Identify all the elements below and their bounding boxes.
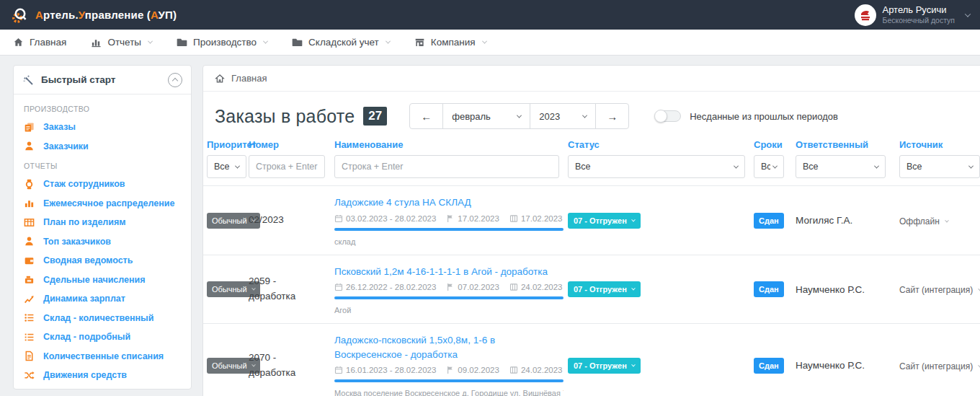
nav-item-warehouse[interactable]: Складской учет <box>292 37 390 48</box>
chevron-up-icon <box>172 78 178 84</box>
plan-grid-icon <box>509 283 518 291</box>
order-note: склад <box>334 237 564 246</box>
brand-part: ртель. <box>43 9 79 21</box>
shuffle-icon <box>24 370 35 381</box>
sidebar-item-summary-sheet[interactable]: Сводная ведомость <box>14 251 191 270</box>
sidebar-item-employee-tenure[interactable]: Стаж сотрудников <box>14 175 191 194</box>
responsible-name: Наумченко Р.С. <box>796 360 890 371</box>
chevron-down-icon <box>631 286 636 291</box>
status-filter-select[interactable]: Все <box>568 155 745 178</box>
status-value: 07 - Отгружен <box>574 361 627 370</box>
sidebar-item-piecework-accruals[interactable]: Сдельные начисления <box>14 270 191 290</box>
sidebar-item-label: Сдельные начисления <box>43 275 146 285</box>
cash-register-icon <box>24 274 35 285</box>
sidebar-item-funds-movement[interactable]: Движения средств <box>14 366 191 385</box>
progress-bar <box>334 379 564 382</box>
toggle-knob <box>654 110 667 123</box>
responsible-filter-select[interactable]: Все <box>796 155 886 178</box>
home-icon <box>215 74 225 84</box>
main-panel: Главная Заказы в работе 27 ← февраль 202… <box>202 65 980 396</box>
chevron-down-icon <box>386 39 391 44</box>
source-select[interactable]: Сайт (интеграция) <box>899 285 980 295</box>
nav-item-reports[interactable]: Отчеты <box>91 37 152 48</box>
order-row: Обычный 02/2023 Ладожские 4 стула НА СКЛ… <box>203 185 980 255</box>
status-select[interactable]: 07 - Отгружен <box>568 281 641 297</box>
status-select[interactable]: 07 - Отгружен <box>568 213 641 229</box>
deadline-badge: Сдан <box>754 358 784 374</box>
wallet-icon <box>24 255 35 266</box>
filter-value: Все <box>906 162 922 172</box>
nav-item-home[interactable]: Главная <box>13 37 66 48</box>
source-filter-select[interactable]: Все <box>899 155 980 178</box>
control-date: 09.02.2023 <box>458 366 499 374</box>
watch-icon <box>24 179 35 190</box>
order-number: 2059 - доработка <box>249 274 305 304</box>
order-title-link[interactable]: Ладожские 4 стула НА СКЛАД <box>334 195 564 210</box>
magic-wand-icon <box>22 74 34 86</box>
name-filter-input[interactable] <box>334 155 559 178</box>
sidebar-item-stock-detailed[interactable]: Склад - подробный <box>14 327 191 347</box>
section-label-production: ПРОИЗВОДСТВО <box>14 99 191 118</box>
breadcrumb-home[interactable]: Главная <box>231 73 267 84</box>
status-select[interactable]: 07 - Отгружен <box>568 358 641 374</box>
deadline-badge: Сдан <box>754 213 784 229</box>
brand-part: У <box>79 9 85 21</box>
source-value: Оффлайн <box>899 216 940 226</box>
priority-value: Обычный <box>212 216 247 225</box>
year-select[interactable]: 2023 <box>530 103 596 129</box>
nav-label: Складской учет <box>308 37 379 48</box>
sidebar-item-label: Динамика зарплат <box>43 294 125 304</box>
sidebar-item-stock-quantitative[interactable]: Склад - количественный <box>14 309 191 328</box>
brand-part: УП) <box>159 9 177 21</box>
orders-icon <box>24 122 35 133</box>
nav-item-production[interactable]: Производство <box>177 37 267 48</box>
deadline-badge: Сдан <box>754 281 784 297</box>
folder-icon <box>292 37 303 48</box>
responsible-name: Могиляс Г.А. <box>796 215 890 226</box>
month-select[interactable]: февраль <box>442 103 530 129</box>
list-icon <box>24 312 35 323</box>
col-name: Наименование <box>334 139 564 150</box>
sidebar-item-customers[interactable]: Заказчики <box>14 137 191 157</box>
col-priority: Приоритет <box>207 139 249 150</box>
ship-date: 24.02.2023 <box>521 283 563 291</box>
quick-start-panel: Быстрый старт ПРОИЗВОДСТВО Заказы Заказч… <box>13 65 192 390</box>
order-title-link[interactable]: Ладожско-псковский 1,5х0,8м, 1-6 в Воскр… <box>334 333 564 361</box>
next-month-button[interactable]: → <box>595 103 629 129</box>
user-menu[interactable]: Артель Русичи Бесконечный доступ <box>855 4 971 26</box>
nav-label: Производство <box>193 37 257 48</box>
period-dates: 03.02.2023 - 28.02.2023 <box>346 214 436 223</box>
calendar-icon <box>334 366 343 374</box>
order-note: Агой <box>334 306 564 314</box>
collapse-panel-button[interactable] <box>168 73 182 87</box>
sidebar-item-quantitative-writeoffs[interactable]: Количественные списания <box>14 347 191 366</box>
plan-grid-icon <box>509 366 518 374</box>
order-title-link[interactable]: Псковский 1,2м 4-16-1-1-1-1 в Агой - дор… <box>334 265 564 279</box>
sidebar-item-monthly-distribution[interactable]: Ежемесячное распределение <box>14 194 191 214</box>
chevron-down-icon <box>968 163 974 168</box>
col-number: Номер <box>249 139 330 150</box>
deadline-filter-select[interactable]: Все <box>754 155 784 178</box>
chevron-down-icon <box>772 163 778 168</box>
source-select[interactable]: Оффлайн <box>899 216 948 226</box>
source-select[interactable]: Сайт (интеграция) <box>899 361 980 371</box>
brand-part: А <box>151 9 158 21</box>
overdue-toggle[interactable] <box>655 110 681 122</box>
number-filter-input[interactable] <box>249 155 325 178</box>
col-source: Источник <box>899 139 980 150</box>
priority-filter-select[interactable]: Все <box>207 155 246 178</box>
nav-item-company[interactable]: Компания <box>414 37 486 48</box>
ship-date: 24.02.2023 <box>521 366 563 374</box>
user-subtitle: Бесконечный доступ <box>883 16 956 25</box>
brand: Артель.Управление (АУП) <box>10 6 177 25</box>
overdue-toggle-label: Несданные из прошлых периодов <box>690 111 838 122</box>
sidebar-item-product-plan[interactable]: План по изделиям <box>14 213 191 232</box>
sidebar-item-salary-dynamics[interactable]: Динамика зарплат <box>14 289 191 309</box>
bar-chart-icon <box>91 37 102 48</box>
sidebar-item-top-customers[interactable]: Топ заказчиков <box>14 232 191 252</box>
prev-month-button[interactable]: ← <box>409 103 443 129</box>
app-logo-icon <box>10 6 29 25</box>
app-title: Артель.Управление (АУП) <box>35 9 177 21</box>
sidebar-item-orders[interactable]: Заказы <box>14 118 191 137</box>
order-row: Обычный 2059 - доработка Псковский 1,2м … <box>203 255 980 324</box>
